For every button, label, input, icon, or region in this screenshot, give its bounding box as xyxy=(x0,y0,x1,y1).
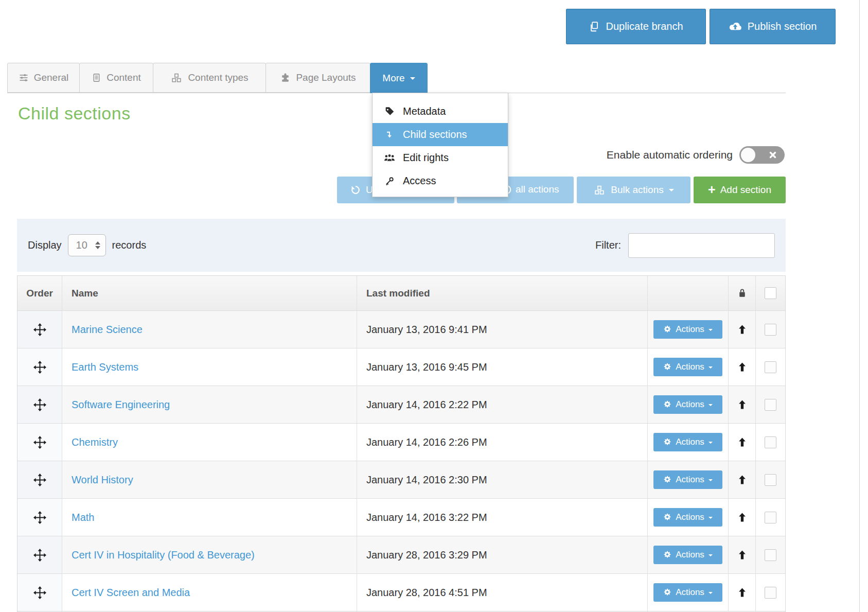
section-link[interactable]: Marine Science xyxy=(72,324,143,336)
cell-last-modified: January 14, 2016 2:26 PM xyxy=(357,424,648,461)
move-handle-icon[interactable] xyxy=(33,474,46,486)
table-row: Chemistry January 14, 2016 2:26 PM Actio… xyxy=(17,423,785,461)
menu-item-edit-rights[interactable]: Edit rights xyxy=(373,146,508,169)
section-link[interactable]: Cert IV in Hospitality (Food & Beverage) xyxy=(72,549,255,561)
caret-down-icon xyxy=(708,366,713,371)
tab-content-types[interactable]: Content types xyxy=(153,63,266,93)
arrow-up-icon[interactable] xyxy=(738,324,747,335)
arrow-up-icon[interactable] xyxy=(738,550,747,560)
row-checkbox[interactable] xyxy=(765,361,776,373)
arrow-up-icon[interactable] xyxy=(738,512,747,522)
gear-icon xyxy=(663,400,671,409)
move-handle-icon[interactable] xyxy=(33,436,46,449)
section-link[interactable]: World History xyxy=(72,474,133,486)
cloud-upload-icon xyxy=(729,22,742,31)
move-handle-icon[interactable] xyxy=(33,549,46,562)
page-edge-divider xyxy=(859,0,860,612)
section-link[interactable]: Cert IV Screen and Media xyxy=(72,587,190,599)
caret-down-icon xyxy=(708,517,713,521)
row-checkbox[interactable] xyxy=(765,549,776,561)
table-row: Cert IV Screen and Media January 28, 201… xyxy=(17,573,785,611)
table-row: Software Engineering January 14, 2016 2:… xyxy=(17,386,785,423)
table-row: Earth Systems January 13, 2016 9:45 PM A… xyxy=(17,348,785,386)
move-handle-icon[interactable] xyxy=(33,511,46,524)
tab-bar: General Content Content types Page Layou… xyxy=(7,63,428,93)
file-icon xyxy=(92,73,101,83)
cell-actions: Actions xyxy=(648,386,729,423)
cell-actions: Actions xyxy=(648,499,729,536)
row-checkbox[interactable] xyxy=(765,474,776,486)
bulk-actions-label: Bulk actions xyxy=(611,184,663,196)
row-actions-label: Actions xyxy=(676,437,704,447)
tab-more-label: More xyxy=(382,73,404,84)
row-actions-label: Actions xyxy=(676,475,704,485)
header-select xyxy=(756,276,785,310)
menu-item-child-sections[interactable]: Child sections xyxy=(373,123,508,146)
table-body: Marine Science January 13, 2016 9:41 PM … xyxy=(17,310,785,611)
arrow-up-icon[interactable] xyxy=(738,362,747,372)
tab-content[interactable]: Content xyxy=(79,63,153,93)
auto-ordering-toggle[interactable] xyxy=(739,146,785,164)
row-checkbox[interactable] xyxy=(765,587,776,599)
row-checkbox[interactable] xyxy=(765,512,776,523)
row-actions-button[interactable]: Actions xyxy=(653,358,722,376)
row-actions-button[interactable]: Actions xyxy=(653,583,722,602)
tab-general[interactable]: General xyxy=(7,63,80,93)
cell-name: Marine Science xyxy=(62,311,357,348)
move-handle-icon[interactable] xyxy=(33,361,46,374)
section-link[interactable]: Software Engineering xyxy=(72,399,170,411)
arrow-up-icon[interactable] xyxy=(738,437,747,447)
cell-select xyxy=(756,386,785,423)
tab-page-layouts[interactable]: Page Layouts xyxy=(265,63,370,93)
last-modified-value: January 14, 2016 2:22 PM xyxy=(366,399,487,411)
row-actions-button[interactable]: Actions xyxy=(653,433,722,451)
last-modified-value: January 13, 2016 9:41 PM xyxy=(366,324,487,336)
stepper-arrows-icon xyxy=(95,241,100,249)
gear-icon xyxy=(663,513,671,521)
cell-actions: Actions xyxy=(648,348,729,386)
tab-more[interactable]: More xyxy=(370,63,428,93)
filter-label: Filter: xyxy=(595,239,621,251)
arrow-up-icon[interactable] xyxy=(738,399,747,410)
publish-section-button[interactable]: Publish section xyxy=(710,9,836,44)
add-section-button[interactable]: + Add section xyxy=(694,177,786,203)
row-actions-button[interactable]: Actions xyxy=(653,320,722,339)
cell-last-modified: January 13, 2016 9:45 PM xyxy=(357,348,648,386)
row-checkbox[interactable] xyxy=(765,324,776,336)
arrow-up-icon[interactable] xyxy=(738,587,747,598)
x-icon xyxy=(769,151,776,159)
bulk-actions-button[interactable]: Bulk actions xyxy=(577,177,690,203)
cell-name: Cert IV in Hospitality (Food & Beverage) xyxy=(62,536,357,573)
row-actions-button[interactable]: Actions xyxy=(653,395,722,414)
section-link[interactable]: Earth Systems xyxy=(72,361,138,373)
gear-icon xyxy=(663,363,671,371)
select-all-checkbox[interactable] xyxy=(765,287,776,299)
move-handle-icon[interactable] xyxy=(33,586,46,599)
row-checkbox[interactable] xyxy=(765,436,776,448)
caret-down-icon xyxy=(708,442,713,446)
row-actions-button[interactable]: Actions xyxy=(653,508,722,527)
last-modified-value: January 14, 2016 3:22 PM xyxy=(366,512,487,523)
last-modified-value: January 28, 2016 4:51 PM xyxy=(366,587,487,599)
filter-input[interactable] xyxy=(628,233,775,258)
move-handle-icon[interactable] xyxy=(33,323,46,336)
tab-general-label: General xyxy=(34,72,69,83)
move-handle-icon[interactable] xyxy=(33,398,46,411)
section-link[interactable]: Chemistry xyxy=(72,436,118,448)
page-size-select[interactable]: 10 xyxy=(68,234,106,256)
tag-icon xyxy=(383,106,396,117)
section-link[interactable]: Math xyxy=(72,512,94,523)
row-actions-button[interactable]: Actions xyxy=(653,470,722,489)
cell-order xyxy=(17,574,62,611)
row-actions-button[interactable]: Actions xyxy=(653,546,722,564)
cell-select xyxy=(756,499,785,536)
lock-icon xyxy=(738,288,747,299)
cell-actions: Actions xyxy=(648,424,729,461)
menu-item-access[interactable]: Access xyxy=(373,169,508,193)
cubes-icon xyxy=(593,185,606,196)
arrow-up-icon[interactable] xyxy=(738,475,747,485)
row-checkbox[interactable] xyxy=(765,399,776,411)
menu-item-metadata[interactable]: Metadata xyxy=(373,100,508,123)
cell-move-up xyxy=(729,499,756,536)
duplicate-branch-button[interactable]: Duplicate branch xyxy=(566,9,706,44)
